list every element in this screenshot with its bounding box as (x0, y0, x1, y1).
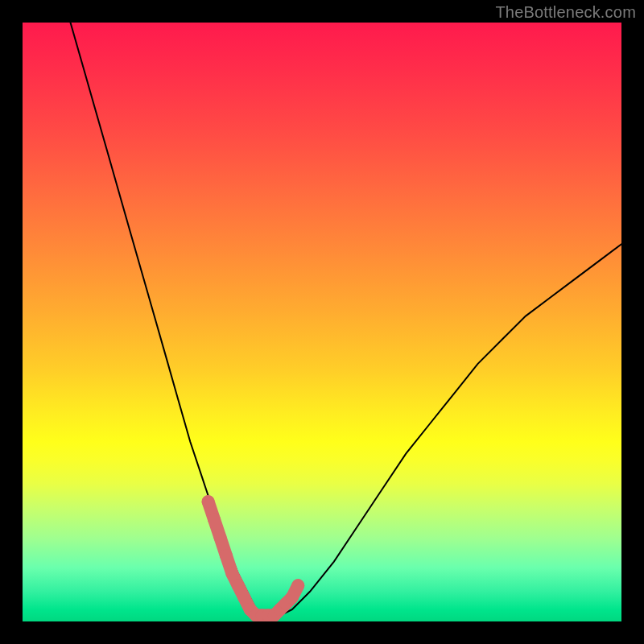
bottleneck-curve (71, 23, 622, 616)
watermark-text: TheBottleneck.com (495, 3, 636, 22)
curve-svg (23, 23, 621, 621)
plot-area (23, 23, 621, 621)
chart-frame: TheBottleneck.com (0, 0, 644, 644)
marker-endcap (202, 495, 215, 508)
marker-endcap (291, 579, 304, 592)
marker-group (202, 495, 305, 615)
